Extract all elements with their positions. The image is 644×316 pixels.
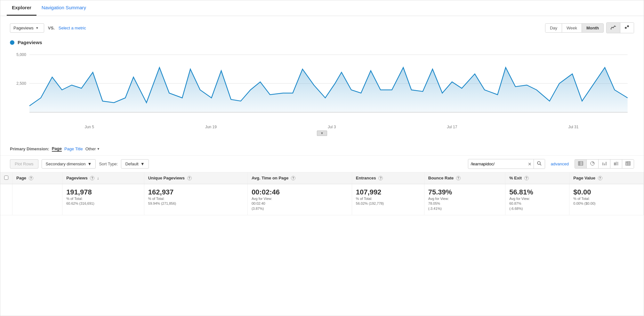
entrances-column-header: Entrances ?	[352, 172, 424, 184]
x-label-jul31: Jul 31	[568, 125, 578, 129]
bounce-rate-total-sub: Avg for View:78.05%(-3.41%)	[428, 196, 501, 211]
svg-rect-20	[616, 162, 618, 165]
svg-rect-17	[604, 163, 605, 165]
plot-rows-button[interactable]: Plot Rows	[10, 159, 38, 169]
legend-label: Pageviews	[18, 40, 42, 45]
search-submit-button[interactable]	[534, 159, 545, 169]
advanced-link[interactable]: advanced	[551, 162, 569, 166]
pivot-view-button[interactable]	[622, 160, 634, 168]
unique-pageviews-column-header: Unique Pageviews ?	[144, 172, 247, 184]
avg-time-help-icon[interactable]: ?	[291, 176, 295, 180]
pct-exit-total-sub: Avg for View:60.87%(-6.68%)	[509, 196, 565, 211]
entrances-total-main: 107,992	[356, 188, 420, 196]
pie-chart-view-button[interactable]	[587, 160, 599, 168]
select-all-checkbox[interactable]	[4, 176, 8, 180]
page-value-help-icon[interactable]: ?	[598, 176, 602, 180]
dim-other-arrow: ▼	[97, 147, 100, 151]
search-clear-button[interactable]: ✕	[526, 160, 534, 169]
pageviews-chart: 5,000 2,500	[10, 48, 634, 122]
avg-time-total-main: 00:02:46	[252, 188, 348, 196]
day-button[interactable]: Day	[545, 24, 562, 32]
scatter-view-button[interactable]	[620, 23, 634, 33]
pageviews-sort-arrow[interactable]: ↓	[97, 176, 99, 180]
pivot-icon	[625, 161, 631, 166]
metric-selected-label: Pageviews	[13, 26, 34, 30]
x-label-jul3: Jul 3	[328, 125, 336, 129]
chart-legend: Pageviews	[10, 40, 634, 45]
metric-dropdown[interactable]: Pageviews ▼	[10, 23, 44, 33]
bounce-rate-help-icon[interactable]: ?	[456, 176, 461, 180]
unique-pageviews-help-icon[interactable]: ?	[187, 176, 192, 180]
date-button-group: Day Week Month	[545, 23, 604, 33]
svg-rect-16	[602, 162, 603, 165]
totals-row: 191,978 % of Total:60.62% (316,691) 162,…	[0, 184, 644, 215]
page-column-header: Page ?	[12, 172, 62, 184]
sort-value-label: Default	[125, 162, 138, 166]
chart-scroll-button[interactable]: ▼	[317, 130, 327, 136]
svg-text:2,500: 2,500	[16, 81, 26, 86]
data-table-view-button[interactable]	[575, 160, 587, 168]
table-controls-bar: Plot Rows Secondary dimension ▼ Sort Typ…	[0, 156, 644, 172]
page-value-total-sub: % of Total:0.00% ($0.00)	[573, 196, 640, 206]
page-help-icon[interactable]: ?	[29, 176, 33, 180]
svg-point-9	[537, 162, 540, 164]
pct-exit-help-icon[interactable]: ?	[524, 176, 529, 180]
sort-type-dropdown[interactable]: Default ▼	[121, 159, 149, 169]
metric-dropdown-arrow: ▼	[36, 26, 39, 30]
totals-avg-time-cell: 00:02:46 Avg for View:00:02:40(3.87%)	[247, 184, 352, 215]
svg-point-1	[625, 27, 627, 29]
pie-chart-icon	[590, 161, 595, 166]
totals-checkbox-cell	[0, 184, 12, 215]
entrances-help-icon[interactable]: ?	[378, 176, 383, 180]
week-button[interactable]: Week	[562, 24, 582, 32]
bar-chart-view-button[interactable]	[599, 160, 610, 168]
pageviews-total-main: 191,978	[66, 188, 140, 196]
data-table: Page ? Pageviews ? ↓ Unique Pageviews ? …	[0, 172, 644, 215]
page-value-total-main: $0.00	[573, 188, 640, 196]
comparison-icon	[614, 161, 619, 166]
x-axis-labels: Jun 5 Jun 19 Jul 3 Jul 17 Jul 31	[10, 123, 634, 129]
legend-dot	[10, 40, 14, 45]
bounce-rate-column-header: Bounce Rate ?	[424, 172, 505, 184]
tab-explorer[interactable]: Explorer	[7, 0, 36, 16]
vs-label: VS.	[48, 26, 55, 30]
entrances-total-sub: % of Total:56.02% (192,778)	[356, 196, 420, 206]
sort-arrow: ▼	[141, 162, 145, 166]
totals-page-value-cell: $0.00 % of Total:0.00% ($0.00)	[569, 184, 644, 215]
secondary-dim-arrow: ▼	[88, 162, 92, 166]
search-input[interactable]	[468, 160, 526, 168]
select-metric-link[interactable]: Select a metric	[59, 26, 86, 30]
totals-entrances-cell: 107,992 % of Total:56.02% (192,778)	[352, 184, 424, 215]
dim-page-title-link[interactable]: Page Title	[64, 146, 83, 151]
pct-exit-column-header: % Exit ?	[505, 172, 569, 184]
x-label-jun5: Jun 5	[85, 125, 94, 129]
pageviews-help-icon[interactable]: ?	[90, 176, 94, 180]
svg-rect-19	[614, 162, 616, 165]
line-chart-icon	[610, 25, 616, 30]
month-button[interactable]: Month	[582, 24, 603, 32]
svg-rect-23	[626, 162, 627, 163]
dim-other-dropdown[interactable]: Other ▼	[85, 146, 100, 151]
unique-pageviews-total-sub: % of Total:59.94% (271,856)	[148, 196, 244, 206]
dim-page-link[interactable]: Page	[52, 146, 62, 152]
svg-point-2	[627, 25, 629, 27]
x-label-jul17: Jul 17	[447, 125, 457, 129]
svg-line-10	[540, 164, 541, 165]
secondary-dim-label: Secondary dimension	[46, 162, 86, 166]
search-box: ✕	[468, 159, 545, 169]
tab-navigation-summary[interactable]: Navigation Summary	[36, 0, 91, 16]
svg-rect-0	[611, 29, 612, 30]
svg-rect-11	[578, 162, 583, 165]
table-grid-icon	[578, 161, 583, 166]
select-all-header[interactable]	[0, 172, 12, 184]
secondary-dimension-dropdown[interactable]: Secondary dimension ▼	[42, 159, 96, 169]
table-view-buttons	[575, 159, 634, 169]
totals-pct-exit-cell: 56.81% Avg for View:60.87%(-6.68%)	[505, 184, 569, 215]
view-button-group	[606, 22, 634, 33]
avg-time-total-sub: Avg for View:00:02:40(3.87%)	[252, 196, 348, 211]
line-chart-view-button[interactable]	[607, 23, 620, 33]
primary-dim-label: Primary Dimension:	[10, 146, 49, 151]
pageviews-column-header: Pageviews ? ↓	[62, 172, 144, 184]
comparison-view-button[interactable]	[610, 160, 622, 168]
totals-page-cell	[12, 184, 62, 215]
